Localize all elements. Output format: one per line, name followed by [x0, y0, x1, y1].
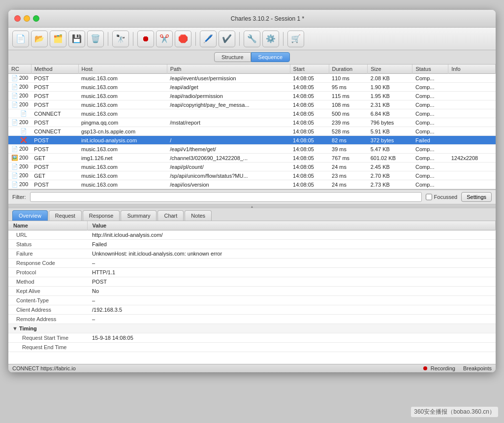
row-duration: 239 ms [329, 118, 368, 127]
row-method: GET [31, 154, 78, 163]
col-duration: Duration [329, 65, 368, 74]
detail-name: Remote Address [8, 315, 87, 324]
detail-value: – [87, 259, 496, 268]
filter-label: Filter: [12, 194, 26, 200]
row-method: CONNECT [31, 109, 78, 118]
compose-btn[interactable]: 🖊️ [200, 31, 217, 47]
table-row[interactable]: 📄200POSTmusic.163.com/eapi/copyright/pay… [8, 100, 496, 109]
row-duration: 24 ms [329, 180, 368, 189]
tab-overview[interactable]: Overview [12, 210, 48, 221]
panel-drag-handle[interactable] [8, 204, 496, 208]
toolbar-separator-4 [239, 32, 240, 46]
row-host: music.163.com [78, 74, 167, 83]
row-host: music.163.com [78, 163, 167, 171]
table-row[interactable]: 📄200POSTmusic.163.com/eapi/radio/permiss… [8, 92, 496, 100]
table-row[interactable]: 📄200POSTmusic.163.com/eapi/pl/count/14:0… [8, 163, 496, 171]
tab-notes[interactable]: Notes [185, 210, 212, 221]
tab-response[interactable]: Response [83, 210, 120, 221]
row-info [448, 145, 496, 154]
row-info [448, 127, 496, 136]
tools-btn[interactable]: 🔧 [244, 31, 260, 47]
table-row[interactable]: 📄200POSTmusic.163.com/eapi/v1/theme/get/… [8, 145, 496, 154]
detail-col-name: Name [8, 221, 87, 230]
settings-btn2[interactable]: ⚙️ [262, 31, 279, 47]
minimize-button[interactable] [24, 15, 30, 22]
row-start: 14:08:05 [290, 163, 329, 171]
export-btn[interactable]: 🛒 [287, 31, 304, 47]
row-status: Comp... [412, 83, 448, 92]
tick-btn[interactable]: ✔️ [219, 31, 235, 47]
focussed-checkbox[interactable] [426, 192, 432, 202]
save-btn[interactable]: 💾 [68, 31, 85, 47]
table-row[interactable]: 📄CONNECTmusic.163.com14:08:05500 ms6.84 … [8, 109, 496, 118]
table-row[interactable]: 📄200GETmusic.163.com/sp/api/unicom/flow/… [8, 171, 496, 180]
filter-input[interactable] [30, 192, 422, 202]
tab-summary[interactable]: Summary [121, 210, 157, 221]
maximize-button[interactable] [33, 15, 39, 22]
trash-btn[interactable]: 🗑️ [87, 31, 104, 47]
row-start: 14:08:05 [290, 83, 329, 92]
open-btn[interactable]: 📂 [31, 31, 48, 47]
row-status: Comp... [412, 100, 448, 109]
row-start: 14:08:05 [290, 92, 329, 100]
requests-table-container[interactable]: RC Method Host Path Start Duration Size … [8, 65, 496, 189]
filter-btn[interactable]: ✂️ [156, 31, 173, 47]
row-status: Comp... [412, 74, 448, 83]
table-row[interactable]: 📄200POSTmusic.163.com/eapi/event/user/pe… [8, 74, 496, 83]
row-rc: ❌ [8, 136, 31, 145]
row-rc: 📄 [8, 127, 31, 136]
close-btn[interactable]: 🗂️ [50, 31, 66, 47]
search-btn[interactable]: 🔭 [112, 31, 129, 47]
row-info [448, 180, 496, 189]
recording-dot [423, 366, 427, 370]
sequence-tab[interactable]: Sequence [251, 52, 290, 62]
detail-value: – [87, 296, 496, 305]
row-icon: ❌ [20, 137, 27, 143]
row-path: /eapi/ad/get [167, 83, 290, 92]
detail-name: URL [8, 230, 87, 240]
detail-value: /192.168.3.5 [87, 305, 496, 315]
focussed-container: Focussed [426, 192, 458, 202]
table-row[interactable]: 📄200POSTmusic.163.com/eapi/ios/version14… [8, 180, 496, 189]
table-row[interactable]: 🖼️200GETimg1.126.net/channel3/020690_124… [8, 154, 496, 163]
row-duration: 110 ms [329, 74, 368, 83]
row-duration: 115 ms [329, 92, 368, 100]
detail-row: Content-Type– [8, 296, 496, 305]
record-btn[interactable]: ⏺ [137, 31, 154, 47]
row-icon: 🖼️ [11, 155, 18, 161]
detail-name: Request End Time [8, 343, 87, 352]
detail-area[interactable]: Name Value URLhttp://init.icloud-analysi… [8, 221, 496, 364]
expand-icon[interactable]: ▼ [12, 325, 19, 331]
structure-tab[interactable]: Structure [214, 52, 251, 62]
col-start: Start [290, 65, 329, 74]
table-row[interactable]: 📄200POSTpingma.qq.com/mstat/report14:08:… [8, 118, 496, 127]
row-rc: 📄200 [8, 118, 31, 127]
row-icon: 📄 [20, 110, 27, 116]
new-session-btn[interactable]: 📄 [12, 31, 29, 47]
main-table-area: RC Method Host Path Start Duration Size … [8, 65, 496, 190]
tab-chart[interactable]: Chart [158, 210, 184, 221]
row-path: /eapi/radio/permission [167, 92, 290, 100]
close-button[interactable] [14, 15, 21, 22]
recording-status: Recording [423, 365, 455, 371]
status-left: CONNECT https://fabric.io [12, 365, 76, 371]
row-start: 14:08:05 [290, 109, 329, 118]
row-icon: 📄 [11, 101, 18, 107]
table-row[interactable]: 📄200POSTmusic.163.com/eapi/ad/get14:08:0… [8, 83, 496, 92]
detail-row: Response Code– [8, 259, 496, 268]
table-row[interactable]: 📄CONNECTgsp13-cn.ls.apple.com14:08:05528… [8, 127, 496, 136]
table-row[interactable]: ❌POSTinit.icloud-analysis.com/14:08:0582… [8, 136, 496, 145]
detail-row: Request Start Time15-9-18 14:08:05 [8, 333, 496, 343]
row-duration: 82 ms [329, 136, 368, 145]
detail-row: Request End Time [8, 343, 496, 352]
filter-bar: Filter: Focussed Settings [8, 190, 496, 204]
stop-btn[interactable]: 🛑 [175, 31, 191, 47]
main-window: Charles 3.10.2 - Session 1 * 📄 📂 🗂️ 💾 🗑️… [8, 10, 496, 372]
tab-request[interactable]: Request [49, 210, 82, 221]
row-status: Comp... [412, 163, 448, 171]
filter-settings-btn[interactable]: Settings [461, 192, 492, 202]
window-title: Charles 3.10.2 - Session 1 * [45, 15, 490, 22]
detail-tabs-bar: Overview Request Response Summary Chart … [8, 208, 496, 221]
row-status: Failed [412, 136, 448, 145]
detail-row: Kept AliveNo [8, 287, 496, 296]
